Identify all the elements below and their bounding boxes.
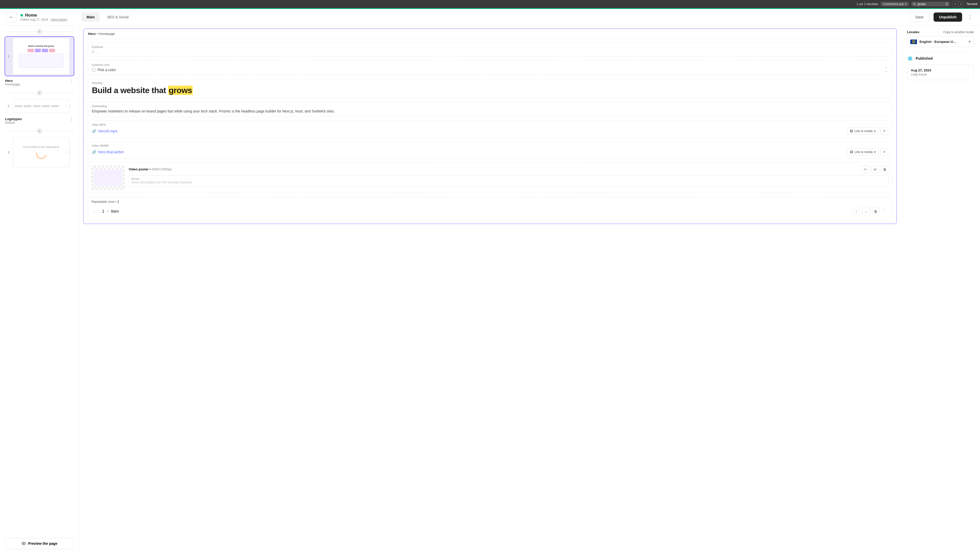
eyebrow-field[interactable]: Eyebrow ≡ … bbox=[88, 43, 892, 57]
tab-seo[interactable]: SEO & Social bbox=[102, 13, 134, 22]
drag-handle-icon[interactable]: ⋮⋮ bbox=[65, 104, 72, 108]
tab-main[interactable]: Main bbox=[81, 13, 100, 22]
view-history-link[interactable]: View history bbox=[51, 18, 67, 21]
alt-label: Alt text bbox=[131, 178, 886, 180]
alt-placeholder: Short description for the visually impai… bbox=[131, 180, 886, 184]
more-actions-button[interactable]: ⋮ bbox=[966, 14, 974, 20]
image-icon: 🖼 bbox=[850, 129, 853, 133]
crop-button[interactable]: ✂ bbox=[862, 165, 869, 173]
find-mode-select[interactable]: Commence par ⇅ bbox=[881, 2, 909, 6]
field-label: Video WEBM bbox=[92, 144, 888, 147]
remove-media-button[interactable]: ✕ bbox=[880, 148, 888, 156]
panel-title-name: Hero bbox=[88, 32, 96, 36]
editor-column: Hero • Homepage Eyebrow ≡ … Eyebrow colo… bbox=[79, 26, 901, 552]
revision-author: Lidija Kacar bbox=[911, 73, 970, 76]
trash-icon: 🗑 bbox=[874, 209, 877, 213]
arrow-up-icon: ↑ bbox=[855, 209, 857, 213]
slice-name: Hero bbox=[5, 79, 20, 82]
revision-card[interactable]: Aug 27, 2024 Lidija Kacar bbox=[907, 65, 974, 80]
poster-title: Video poster • 2000×2000px bbox=[129, 167, 172, 171]
slice-name: Logotypes bbox=[5, 117, 22, 121]
field-label: Heading bbox=[92, 81, 888, 84]
move-up-button[interactable]: ↑ bbox=[852, 208, 860, 215]
video-webm-field: Video WEBM 🔗 hero-final.webm 🖼 Link to m… bbox=[88, 141, 892, 158]
arrow-left-icon: ← bbox=[9, 15, 13, 20]
trash-icon: 🗑 bbox=[883, 167, 887, 171]
slice-card-3[interactable]: 3 To grow your website, you need to rele… bbox=[5, 136, 74, 169]
kebab-icon[interactable]: ⋮ bbox=[881, 208, 888, 215]
drag-handle-icon[interactable]: ⋮⋮ bbox=[65, 150, 72, 155]
find-done-button[interactable]: Terminé bbox=[967, 2, 977, 6]
kebab-icon: ⋮ bbox=[967, 14, 973, 20]
poster-thumbnail[interactable] bbox=[91, 165, 125, 190]
revision-date: Aug 27, 2024 bbox=[911, 68, 970, 72]
select-icon: ⌃⌄ bbox=[884, 67, 888, 72]
status-dot-icon bbox=[20, 14, 23, 16]
eu-flag-icon bbox=[910, 40, 917, 44]
item-label: Item bbox=[111, 209, 119, 214]
add-slice-button[interactable]: + bbox=[37, 128, 42, 134]
move-down-button[interactable]: ↓ bbox=[862, 208, 870, 215]
add-slice-button[interactable]: + bbox=[37, 29, 42, 34]
find-prev-button[interactable]: < bbox=[952, 2, 958, 6]
delete-button[interactable]: 🗑 bbox=[881, 165, 889, 173]
alt-text-input[interactable]: Alt text Short description for the visua… bbox=[129, 175, 889, 186]
browser-find-bar: 1 sur 2 résultats Commence par ⇅ ✕ < > T… bbox=[0, 0, 980, 8]
heading-pre: Build a website that bbox=[92, 86, 168, 95]
find-next-button[interactable]: > bbox=[958, 2, 964, 6]
subheading-value: Empower marketers to release on-brand pa… bbox=[92, 109, 888, 114]
add-slice-line: + bbox=[5, 128, 74, 134]
sidebar-right: Locales Copy to another locale English -… bbox=[901, 26, 980, 552]
link-icon: 🔗 bbox=[92, 129, 96, 133]
delete-item-button[interactable]: 🗑 bbox=[872, 208, 880, 215]
slice-card-hero[interactable]: 1 Build a website that grows ⋮⋮ bbox=[5, 36, 74, 76]
link-to-media-button[interactable]: 🖼 Link to media ▾ bbox=[847, 128, 878, 135]
add-slice-line: + bbox=[5, 29, 74, 35]
back-button[interactable]: ← bbox=[6, 12, 16, 22]
copy-to-locale-link[interactable]: Copy to another locale bbox=[943, 30, 974, 34]
item-index: 1 bbox=[102, 209, 104, 214]
drag-handle-icon[interactable]: ⋮⋮ bbox=[65, 54, 72, 58]
find-result-count: 1 sur 2 résultats bbox=[857, 2, 878, 6]
published-label: Published bbox=[916, 57, 933, 60]
repzone-header: Repeatable zone • 2 bbox=[91, 200, 889, 204]
replace-button[interactable]: ⇄ bbox=[871, 165, 879, 173]
repzone-item[interactable]: ⋮⋮ 1 • Item ↑ ↓ 🗑 ⋮ bbox=[91, 206, 889, 217]
slice-thumbnail bbox=[13, 99, 70, 113]
heading-value: Build a website that grows bbox=[92, 86, 888, 95]
slice-thumbnail: To grow your website, you need to releas… bbox=[13, 137, 70, 168]
chevron-updown-icon: ⇅ bbox=[905, 3, 907, 5]
locale-select[interactable]: English - European U… ▾ bbox=[907, 37, 974, 47]
find-input[interactable] bbox=[917, 2, 944, 6]
unpublish-button[interactable]: Unpublish bbox=[933, 13, 962, 22]
link-to-media-button[interactable]: 🖼 Link to media ▾ bbox=[847, 149, 878, 155]
slice-menu-button[interactable]: ⋮ bbox=[70, 79, 74, 84]
grip-icon[interactable]: ⋮⋮ bbox=[92, 209, 100, 213]
heading-field[interactable]: Heading Build a website that grows bbox=[88, 79, 892, 98]
close-icon: ✕ bbox=[883, 150, 886, 154]
svg-line-1 bbox=[915, 5, 916, 5]
plus-icon: + bbox=[38, 129, 40, 133]
slice-variant: Homepage bbox=[5, 82, 20, 86]
save-button[interactable]: Save bbox=[910, 12, 930, 22]
eyebrow-color-field[interactable]: Eyebrow color Pick a color ⌃⌄ bbox=[88, 60, 892, 75]
mp4-link[interactable]: herov5.mp4 bbox=[98, 129, 117, 133]
clear-icon[interactable]: ✕ bbox=[946, 2, 948, 6]
preview-label: Preview the page bbox=[28, 541, 57, 546]
find-search-box[interactable]: ✕ bbox=[911, 2, 950, 6]
app-header: ← Home Edited Aug 27, 2024 - View histor… bbox=[0, 9, 980, 26]
image-icon: 🖼 bbox=[850, 150, 853, 154]
slice-card-logotypes[interactable]: 2 ⋮⋮ bbox=[5, 97, 74, 115]
search-icon bbox=[913, 3, 916, 6]
field-label: Subheading bbox=[92, 105, 888, 108]
preview-page-button[interactable]: Preview the page bbox=[5, 538, 74, 549]
svg-point-0 bbox=[914, 3, 915, 5]
slice-menu-button[interactable]: ⋮ bbox=[70, 117, 74, 122]
slice-number: 3 bbox=[8, 151, 10, 154]
slice-number: 1 bbox=[8, 55, 10, 58]
remove-media-button[interactable]: ✕ bbox=[880, 127, 888, 135]
subheading-field[interactable]: Subheading Empower marketers to release … bbox=[88, 102, 892, 117]
title-block: Home Edited Aug 27, 2024 - View history bbox=[20, 13, 67, 21]
webm-link[interactable]: hero-final.webm bbox=[98, 150, 124, 154]
add-slice-button[interactable]: + bbox=[37, 90, 42, 95]
